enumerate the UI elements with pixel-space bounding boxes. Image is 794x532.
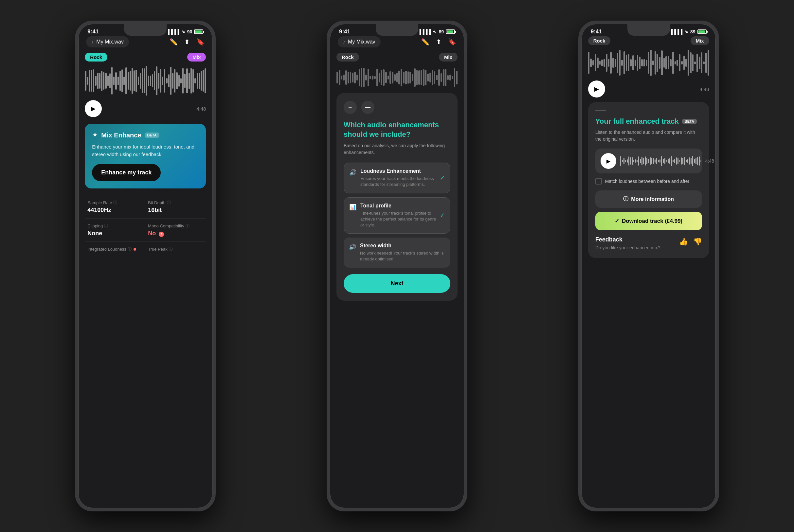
info-icon-il[interactable]: ⓘ [128,246,132,252]
info-icon-mc[interactable]: ⓘ [186,223,189,229]
status-bar-1: 9:41 ▐▐▐▐ ∿ 90 [78,24,212,36]
mix-badge-1[interactable]: Mix [187,53,206,61]
screens-container: 9:41 ▐▐▐▐ ∿ 90 ♪ My Mix.wav [0,0,794,532]
tonal-name: Tonal profile [360,203,440,209]
stat-clipping: Clipping ⓘ None [85,218,145,242]
wifi-icon-2: ∿ [433,29,437,34]
phone1-wrapper: 9:41 ▐▐▐▐ ∿ 90 ♪ My Mix.wav [20,21,271,511]
enhance-my-track-button[interactable]: Enhance my track [92,164,161,181]
mix-badge-2[interactable]: Mix [439,53,457,61]
mix-enhance-desc: Enhance your mix for ideal loudness, ton… [92,143,198,158]
battery-label-2: 89 [438,29,444,34]
phone2: 9:41 ▐▐▐▐ ∿ 89 ♪ My Mix.wav [327,21,467,511]
feedback-section: Feedback Do you like your enhanced mix? … [596,236,702,250]
minimize-button-2[interactable]: — [361,101,374,114]
track-actions-1: ✏️ ⬆ 🔖 [170,38,205,46]
stat-bit-depth: Bit Depth ⓘ 16bit [145,195,206,218]
mix-badge-3[interactable]: Mix [691,36,709,45]
stat-label-sample-rate: Sample Rate ⓘ [88,200,143,206]
more-info-button[interactable]: ⓘ More information [596,190,702,208]
loudness-desc: Ensures your track meets the loudness st… [360,176,440,188]
waveform-top-3 [588,50,709,76]
info-icon-tp[interactable]: ⓘ [169,246,173,252]
loudness-match-text: Match loudness between before and after [605,179,689,184]
stat-mono-compat: Mono Compatibility ⓘ No ! [145,218,206,242]
signal-icon-3: ▐▐▐▐ [669,29,682,34]
enhancement-card-tonal[interactable]: 📊 Tonal profile Fine-tunes your track's … [344,197,450,234]
phone1-content: ♪ My Mix.wav ✏️ ⬆ 🔖 Rock Mix // Gener [78,36,212,258]
genre-badge-2[interactable]: Rock [337,53,359,61]
result-card: Your full enhanced track BETA Listen to … [588,102,709,258]
genre-badge-3[interactable]: Rock [588,36,611,45]
enhancement-card-loudness[interactable]: 🔊 Loudness Enhancement Ensures your trac… [344,163,450,193]
track-actions-2: ✏️ ⬆ 🔖 [421,38,456,46]
genre-badge-1[interactable]: Rock [85,53,107,61]
battery-label-3: 89 [690,29,696,34]
genre-row-1: Rock Mix [85,53,206,61]
stat-value-sample-rate: 44100Hz [88,207,143,214]
loudness-match-row: Match loudness between before and after [596,178,702,185]
battery-icon-3 [697,30,706,34]
edit-icon-2[interactable]: ✏️ [421,38,429,46]
stereo-text-group: Stereo width No work needed! Your track'… [360,243,445,262]
status-bar-3: 9:41 ▐▐▐▐ ∿ 89 [582,24,716,36]
music-icon-2: ♪ [343,39,345,44]
track-header-2: ♪ My Mix.wav ✏️ ⬆ 🔖 [337,36,457,48]
status-icons-2: ▐▐▐▐ ∿ 89 [418,29,455,34]
info-icon-bd[interactable]: ⓘ [167,200,171,206]
wifi-icon-3: ∿ [684,29,688,34]
track-header-1: ♪ My Mix.wav ✏️ ⬆ 🔖 [85,36,206,48]
modal-card-2: ← — Which audio enhancements should we i… [337,93,457,301]
stat-value-mono: No ! [148,230,203,237]
info-icon-cl[interactable]: ⓘ [104,223,108,229]
time-1: 9:41 [88,28,98,35]
loudness-checkbox[interactable] [596,178,602,185]
stat-label-bit-depth: Bit Depth ⓘ [148,200,203,206]
modal-subtitle-2: Based on our analysis, we can apply the … [344,142,450,156]
minimize-handle[interactable] [596,110,606,111]
mini-waveform [620,155,701,167]
edit-icon-1[interactable]: ✏️ [170,38,178,46]
phone2-content: ♪ My Mix.wav ✏️ ⬆ 🔖 Rock Mix [330,36,464,301]
stat-label-true-peak: True Peak ⓘ [148,246,203,252]
loudness-name: Loudness Enhancement [360,168,440,174]
beta-badge-3: BETA [682,119,697,124]
beta-badge-1: BETA [145,133,159,138]
share-icon-2[interactable]: ⬆ [436,38,441,46]
feedback-desc: Do you like your enhanced mix? [596,245,660,250]
play-button-enhanced[interactable]: ▶ [601,153,616,169]
track-name-pill-2: ♪ My Mix.wav [338,36,381,48]
stats-grid-1: Sample Rate ⓘ 44100Hz Bit Depth ⓘ 16bit [85,195,206,258]
enhancement-card-stereo[interactable]: 🔊 Stereo width No work needed! Your trac… [344,238,450,267]
track-name-pill-1: ♪ My Mix.wav [86,36,129,48]
next-button[interactable]: Next [344,274,450,293]
thumbs-up-button[interactable]: 👍 [679,238,688,246]
loudness-check: ✓ [440,174,445,182]
tonal-check: ✓ [440,212,445,219]
enhancement-left-stereo: 🔊 Stereo width No work needed! Your trac… [349,243,445,262]
toggle-switch[interactable] [718,157,719,165]
play-button-top-3[interactable]: ▶ [588,80,605,97]
stat-label-clipping: Clipping ⓘ [88,223,143,229]
play-button-1[interactable]: ▶ [85,100,102,117]
enhancement-left-loudness: 🔊 Loudness Enhancement Ensures your trac… [349,168,440,188]
feedback-buttons: 👍 👎 [679,238,702,246]
genre-row-2: Rock Mix [337,53,457,61]
phone3-wrapper: 9:41 ▐▐▐▐ ∿ 89 Rock Mix ▶ [523,21,774,511]
stat-true-peak: True Peak ⓘ [145,242,206,258]
checkmark-icon: ✓ [615,217,619,225]
back-button-2[interactable]: ← [344,101,357,114]
bookmark-icon-1[interactable]: 🔖 [196,38,205,46]
info-icon-sr[interactable]: ⓘ [113,200,117,206]
share-icon-1[interactable]: ⬆ [184,38,190,46]
bookmark-icon-2[interactable]: 🔖 [448,38,456,46]
phone2-wrapper: 9:41 ▐▐▐▐ ∿ 89 ♪ My Mix.wav [271,21,523,511]
stat-label-loudness: Integrated Loudness ⓘ [88,246,143,252]
download-button[interactable]: ✓ Download track (£4.99) [596,212,702,230]
stereo-icon: 🔊 [349,243,356,251]
status-icons-3: ▐▐▐▐ ∿ 89 [669,29,706,34]
thumbs-down-button[interactable]: 👎 [693,238,702,246]
info-circle-icon: ⓘ [623,196,628,203]
enhanced-player: ▶ 4:48 [596,149,702,173]
tonal-icon: 📊 [349,204,356,211]
